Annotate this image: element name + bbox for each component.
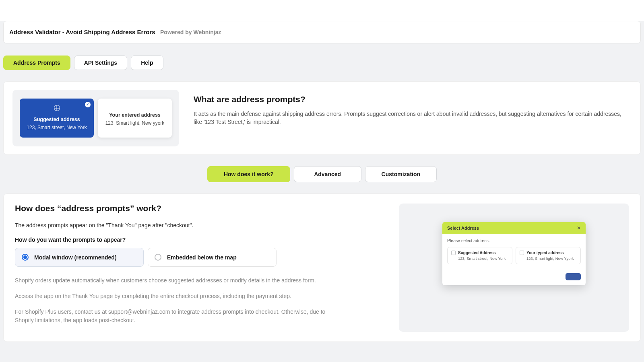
suggested-address-card[interactable]: ✓ Suggested address 123, Smart street, N… bbox=[20, 99, 94, 138]
info-heading: What are address prompts? bbox=[194, 95, 623, 104]
modal-body: Please select address. Suggested Address… bbox=[442, 234, 586, 269]
modal-confirm-button[interactable] bbox=[566, 273, 581, 280]
entered-address-title: Your entered address bbox=[103, 112, 167, 118]
select-address-modal: Select Address ✕ Please select address. … bbox=[442, 222, 586, 285]
modal-option-suggested[interactable]: Suggested Address 123, Smart street, New… bbox=[447, 247, 512, 264]
check-icon: ✓ bbox=[85, 102, 91, 107]
option-modal-window[interactable]: Modal window (recommended) bbox=[15, 248, 144, 267]
subtab-advanced[interactable]: Advanced bbox=[294, 166, 361, 182]
globe-icon bbox=[54, 105, 60, 111]
close-icon[interactable]: ✕ bbox=[577, 226, 581, 230]
info-text: What are address prompts? It acts as the… bbox=[194, 90, 632, 126]
radio-icon bbox=[155, 254, 161, 261]
info-body: It acts as the main defense against ship… bbox=[194, 110, 623, 126]
info-card: ✓ Suggested address 123, Smart street, N… bbox=[3, 81, 641, 155]
work-question: How do you want the prompts to appear? bbox=[15, 237, 379, 243]
tab-address-prompts[interactable]: Address Prompts bbox=[3, 56, 70, 70]
radio-icon bbox=[22, 254, 29, 261]
page: Address Validator - Avoid Shipping Addre… bbox=[0, 21, 644, 362]
modal-options: Suggested Address 123, Smart street, New… bbox=[447, 247, 581, 264]
option-embedded-label: Embedded below the map bbox=[167, 254, 237, 261]
modal-opt-value: 123, Smart street, New York bbox=[458, 256, 508, 261]
tab-api-settings[interactable]: API Settings bbox=[74, 56, 127, 70]
modal-opt-value: 123, Smart light, New Yyork bbox=[526, 256, 577, 261]
how-it-works-content: How does “address prompts” work? The add… bbox=[15, 204, 379, 332]
modal-opt-title: Your typed address bbox=[526, 251, 564, 255]
note-auto-update: Shopify orders update automatically when… bbox=[15, 276, 345, 285]
suggested-address-line: 123, Smart street, New York bbox=[25, 125, 89, 130]
modal-opt-title: Suggested Address bbox=[458, 251, 496, 255]
suggested-address-title: Suggested address bbox=[25, 117, 89, 122]
tab-help[interactable]: Help bbox=[131, 56, 163, 70]
how-it-works-card: How does “address prompts” work? The add… bbox=[3, 193, 641, 342]
app-header: Address Validator - Avoid Shipping Addre… bbox=[3, 21, 641, 43]
modal-header: Select Address ✕ bbox=[442, 222, 586, 234]
note-access: Access the app on the Thank You page by … bbox=[15, 292, 345, 300]
display-mode-options: Modal window (recommended) Embedded belo… bbox=[15, 248, 379, 267]
secondary-tabs: How does it work? Advanced Customization bbox=[3, 166, 641, 182]
primary-tabs: Address Prompts API Settings Help bbox=[3, 56, 641, 70]
option-embedded[interactable]: Embedded below the map bbox=[148, 248, 277, 267]
subtab-how-it-works[interactable]: How does it work? bbox=[207, 166, 290, 182]
modal-footer bbox=[442, 269, 586, 285]
modal-preview-pane: Select Address ✕ Please select address. … bbox=[399, 204, 629, 332]
note-shopify-plus: For Shopify Plus users, contact us at su… bbox=[15, 308, 345, 325]
option-modal-label: Modal window (recommended) bbox=[34, 254, 117, 261]
modal-title: Select Address bbox=[447, 226, 479, 230]
work-heading: How does “address prompts” work? bbox=[15, 204, 379, 213]
checkbox-icon bbox=[520, 251, 524, 255]
checkbox-icon bbox=[451, 251, 456, 255]
powered-by-label: Powered by Webninjaz bbox=[160, 29, 221, 35]
app-title: Address Validator - Avoid Shipping Addre… bbox=[9, 29, 155, 35]
modal-option-typed[interactable]: Your typed address 123, Smart light, New… bbox=[516, 247, 581, 264]
address-preview: ✓ Suggested address 123, Smart street, N… bbox=[12, 90, 179, 146]
modal-message: Please select address. bbox=[447, 238, 581, 243]
subtab-customization[interactable]: Customization bbox=[365, 166, 437, 182]
entered-address-line: 123, Smart light, New yyork bbox=[103, 120, 167, 126]
entered-address-card[interactable]: Your entered address 123, Smart light, N… bbox=[98, 99, 172, 138]
work-intro: The address prompts appear on the "Thank… bbox=[15, 222, 379, 228]
